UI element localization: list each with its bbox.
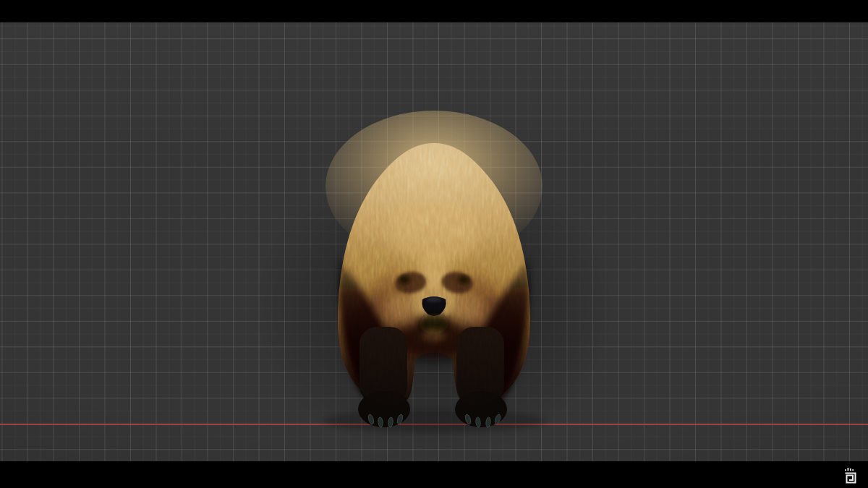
square-spiral-logo-icon (841, 466, 859, 484)
letterbox-bottom (0, 461, 868, 488)
app-window (0, 0, 868, 488)
bear-model-render (0, 0, 868, 488)
letterbox-top (0, 0, 868, 22)
scene-model-bear[interactable] (0, 0, 868, 488)
